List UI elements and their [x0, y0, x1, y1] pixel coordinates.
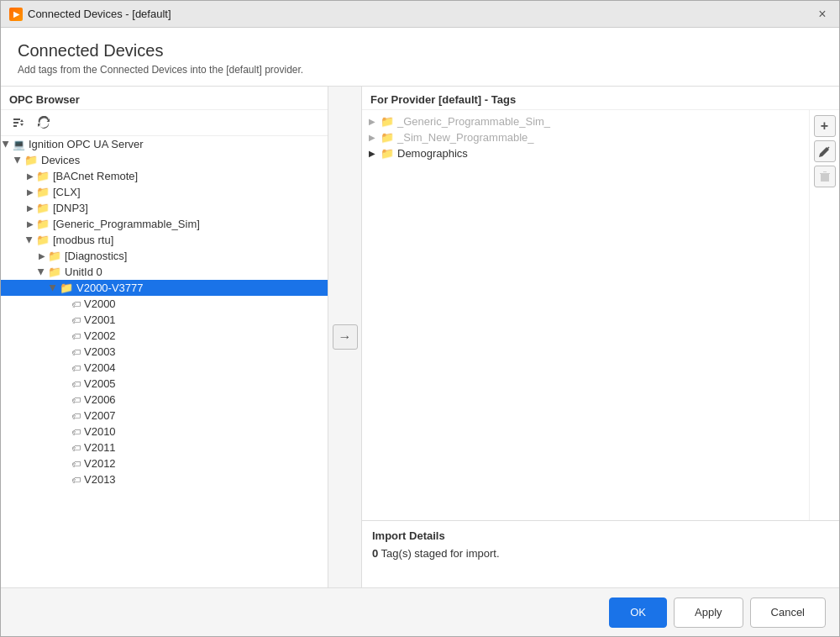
- dialog-title: Connected Devices: [18, 41, 822, 61]
- app-icon: ▶: [9, 8, 23, 21]
- expand-arrow[interactable]: ▶: [36, 266, 48, 278]
- tree-item-ignition-server[interactable]: ▶💻Ignition OPC UA Server: [1, 136, 328, 152]
- tree-item-diagnostics[interactable]: ▶📁[Diagnostics]: [1, 248, 328, 264]
- expand-arrow[interactable]: ▶: [48, 282, 60, 294]
- import-details-title: Import Details: [372, 529, 829, 542]
- folder-icon: 📁: [36, 186, 50, 198]
- folder-icon: 📁: [36, 202, 50, 214]
- tree-item-devices[interactable]: ▶📁Devices: [1, 152, 328, 168]
- provider-folder-icon: 📁: [381, 131, 394, 144]
- apply-button[interactable]: Apply: [674, 598, 743, 628]
- provider-tag-label: _Sim_New_Programmable_: [397, 131, 534, 144]
- tree-item-v2012[interactable]: 🏷V2012: [1, 455, 328, 471]
- tag-icon: 🏷: [71, 331, 81, 341]
- folder-icon: 📁: [24, 154, 38, 166]
- tree-item-modbus[interactable]: ▶📁[modbus rtu]: [1, 232, 328, 248]
- provider-panel: For Provider [default] - Tags ▶📁_Generic…: [362, 87, 839, 587]
- expand-arrow[interactable]: ▶: [24, 187, 36, 198]
- tree-item-label: V2005: [84, 377, 116, 390]
- title-bar: ▶ Connected Devices - [default] ×: [1, 1, 839, 28]
- refresh-icon: [37, 116, 50, 129]
- expand-arrow[interactable]: ▶: [36, 250, 48, 262]
- tree-item-label: V2000: [84, 297, 116, 310]
- tree-item-label: [Generic_Programmable_Sim]: [53, 218, 200, 230]
- opc-browser-header: OPC Browser: [1, 87, 328, 110]
- tree-item-label: V2002: [84, 329, 116, 342]
- tree-item-v2000[interactable]: 🏷V2000: [1, 296, 328, 312]
- edit-tag-button[interactable]: [814, 140, 836, 162]
- svg-rect-1: [13, 122, 18, 124]
- folder-icon: 📁: [60, 282, 73, 294]
- expand-arrow[interactable]: ▶: [1, 139, 13, 150]
- provider-tag-item-sim-new[interactable]: ▶📁_Sim_New_Programmable_: [362, 129, 809, 145]
- tag-icon: 🏷: [71, 395, 81, 405]
- provider-folder-icon: 📁: [381, 115, 394, 128]
- tree-item-label: UnitId 0: [65, 266, 102, 278]
- delete-tag-button[interactable]: [814, 166, 836, 187]
- provider-toolbar: +: [809, 110, 839, 520]
- tree-item-label: V2000-V3777: [76, 282, 144, 294]
- provider-tag-label: _Generic_Programmable_Sim_: [397, 115, 550, 128]
- tree-item-v2002[interactable]: 🏷V2002: [1, 328, 328, 344]
- tree-item-label: [Diagnostics]: [65, 250, 127, 262]
- tree-item-v2013[interactable]: 🏷V2013: [1, 471, 328, 487]
- provider-content: ▶📁_Generic_Programmable_Sim_▶📁_Sim_New_P…: [362, 110, 839, 520]
- folder-icon: 📁: [36, 170, 50, 182]
- edit-icon: [819, 145, 831, 157]
- close-button[interactable]: ×: [814, 6, 831, 23]
- tag-icon: 🏷: [71, 443, 81, 453]
- provider-tag-item-generic-sim[interactable]: ▶📁_Generic_Programmable_Sim_: [362, 113, 809, 129]
- tree-item-unitid0[interactable]: ▶📁UnitId 0: [1, 264, 328, 280]
- tag-icon: 🏷: [71, 459, 81, 469]
- sort-button[interactable]: [8, 113, 29, 132]
- tree-item-v2004[interactable]: 🏷V2004: [1, 360, 328, 376]
- tree-item-label: V2012: [84, 457, 116, 470]
- transfer-button[interactable]: →: [333, 324, 358, 350]
- tag-icon: 🏷: [71, 427, 81, 437]
- expand-arrow[interactable]: ▶: [13, 155, 24, 166]
- tag-expand-arrow: ▶: [369, 149, 381, 158]
- tag-icon: 🏷: [71, 475, 81, 485]
- provider-tag-item-demographics[interactable]: ▶📁Demographics: [362, 145, 809, 161]
- tree-item-clx[interactable]: ▶📁[CLX]: [1, 184, 328, 200]
- server-icon: 💻: [13, 139, 25, 150]
- tree-item-v2010[interactable]: 🏷V2010: [1, 424, 328, 440]
- middle-controls: →: [328, 87, 362, 587]
- opc-browser-panel: OPC Browser ▶💻Ignition OPC UA S: [1, 87, 328, 587]
- expand-arrow[interactable]: ▶: [24, 218, 36, 230]
- tree-item-v2007[interactable]: 🏷V2007: [1, 408, 328, 424]
- tree-item-v2000-v3777[interactable]: ▶📁V2000-V3777: [1, 280, 328, 296]
- folder-icon: 📁: [36, 234, 50, 246]
- expand-arrow[interactable]: ▶: [24, 171, 36, 182]
- refresh-button[interactable]: [33, 113, 55, 132]
- dialog-footer: OK Apply Cancel: [1, 587, 839, 636]
- cancel-button[interactable]: Cancel: [750, 598, 826, 628]
- arrow-icon: →: [339, 329, 352, 345]
- sort-icon: [12, 116, 25, 129]
- tree-item-bacnet[interactable]: ▶📁[BACnet Remote]: [1, 168, 328, 184]
- window-title: Connected Devices - [default]: [28, 8, 171, 20]
- svg-rect-0: [13, 118, 20, 120]
- tag-expand-arrow: ▶: [369, 133, 381, 142]
- folder-icon: 📁: [48, 250, 61, 262]
- tree-item-label: V2004: [84, 361, 116, 374]
- tree-item-v2003[interactable]: 🏷V2003: [1, 344, 328, 360]
- tag-icon: 🏷: [71, 299, 81, 309]
- tree-item-label: Devices: [41, 154, 80, 166]
- tree-item-generic[interactable]: ▶📁[Generic_Programmable_Sim]: [1, 216, 328, 232]
- tree-item-v2011[interactable]: 🏷V2011: [1, 440, 328, 455]
- tree-item-dnp3[interactable]: ▶📁[DNP3]: [1, 200, 328, 216]
- add-tag-button[interactable]: +: [814, 115, 836, 137]
- tree-item-v2006[interactable]: 🏷V2006: [1, 392, 328, 408]
- tree-item-label: V2003: [84, 345, 116, 358]
- tree-item-label: V2007: [84, 409, 116, 422]
- expand-arrow[interactable]: ▶: [24, 203, 36, 214]
- tree-item-v2001[interactable]: 🏷V2001: [1, 312, 328, 328]
- add-icon: +: [821, 118, 828, 134]
- svg-marker-4: [20, 124, 24, 126]
- title-bar-left: ▶ Connected Devices - [default]: [9, 8, 171, 21]
- tree-item-label: V2010: [84, 425, 116, 438]
- expand-arrow[interactable]: ▶: [24, 234, 36, 246]
- ok-button[interactable]: OK: [609, 598, 667, 628]
- tree-item-v2005[interactable]: 🏷V2005: [1, 376, 328, 392]
